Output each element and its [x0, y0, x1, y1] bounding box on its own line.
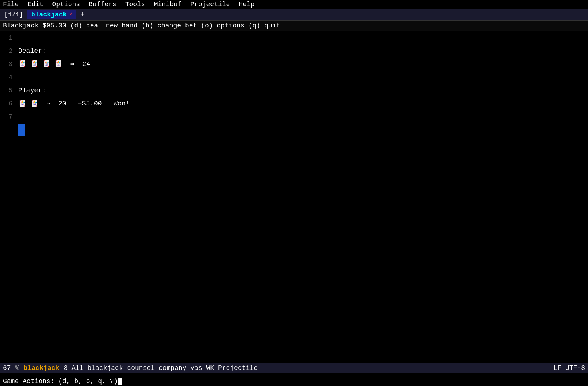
editor-area: 1 2 Dealer: 3 🃏 🃏 🃏 🃏 ⇒ 24 4 5 Player: 6… — [0, 31, 588, 137]
header-status-line: Blackjack $95.00 (d) deal new hand (b) c… — [0, 21, 588, 31]
status-percent: % — [15, 364, 19, 372]
bottom-status-bar: 67 % blackjack 8 All blackjack counsel c… — [0, 363, 588, 373]
line-number-4: 4 — [0, 71, 18, 84]
editor-line-5: 5 Player: — [0, 84, 588, 97]
menu-projectile[interactable]: Projectile — [190, 1, 230, 8]
menu-minibuf[interactable]: Minibuf — [154, 1, 182, 8]
minibuf-text: Game Actions: (d, b, o, q, ?) — [3, 378, 118, 385]
editor-line-2: 2 Dealer: — [0, 44, 588, 57]
tab-indicator: [1/1] — [1, 11, 26, 19]
line-number-3: 3 — [0, 57, 18, 71]
close-icon[interactable]: × — [69, 11, 73, 18]
status-line-number: 67 — [3, 364, 11, 372]
menu-options[interactable]: Options — [52, 1, 80, 8]
minibuf-cursor — [118, 378, 122, 385]
menu-file[interactable]: File — [3, 1, 19, 8]
menu-edit[interactable]: Edit — [27, 1, 43, 8]
cursor-block — [18, 124, 25, 136]
menu-buffers[interactable]: Buffers — [89, 1, 117, 8]
status-encoding: LF UTF-8 — [554, 364, 585, 372]
menu-tools[interactable]: Tools — [125, 1, 145, 8]
player-cards: 🃏 🃏 ⇒ 20 +$5.00 Won! — [18, 97, 129, 110]
menu-help[interactable]: Help — [239, 1, 254, 8]
editor-line-8 — [0, 123, 588, 137]
dealer-cards: 🃏 🃏 🃏 🃏 ⇒ 24 — [18, 57, 90, 71]
status-buffer-name: blackjack — [23, 364, 59, 372]
tab-label: blackjack — [31, 11, 67, 18]
status-info: 8 All blackjack counsel company yas WK P… — [64, 364, 258, 372]
tab-add-button[interactable]: + — [78, 10, 88, 19]
line-number-2: 2 — [0, 44, 18, 57]
line-number-1: 1 — [0, 31, 18, 44]
editor-line-3: 3 🃏 🃏 🃏 🃏 ⇒ 24 — [0, 57, 588, 71]
tab-blackjack[interactable]: blackjack × — [27, 10, 76, 19]
line-content-2: Dealer: — [18, 44, 46, 57]
menu-bar: File Edit Options Buffers Tools Minibuf … — [0, 0, 588, 9]
editor-line-1: 1 — [0, 31, 588, 44]
line-number-7: 7 — [0, 110, 18, 123]
status-text: Blackjack $95.00 (d) deal new hand (b) c… — [3, 22, 280, 29]
editor-line-6: 6 🃏 🃏 ⇒ 20 +$5.00 Won! — [0, 97, 588, 110]
editor-line-4: 4 — [0, 71, 588, 84]
minibuf-line[interactable]: Game Actions: (d, b, o, q, ?) — [0, 376, 588, 386]
tab-bar: [1/1] blackjack × + — [0, 9, 588, 21]
line-content-5: Player: — [18, 84, 46, 97]
line-number-5: 5 — [0, 84, 18, 97]
line-number-6: 6 — [0, 97, 18, 110]
editor-line-7: 7 — [0, 110, 588, 123]
